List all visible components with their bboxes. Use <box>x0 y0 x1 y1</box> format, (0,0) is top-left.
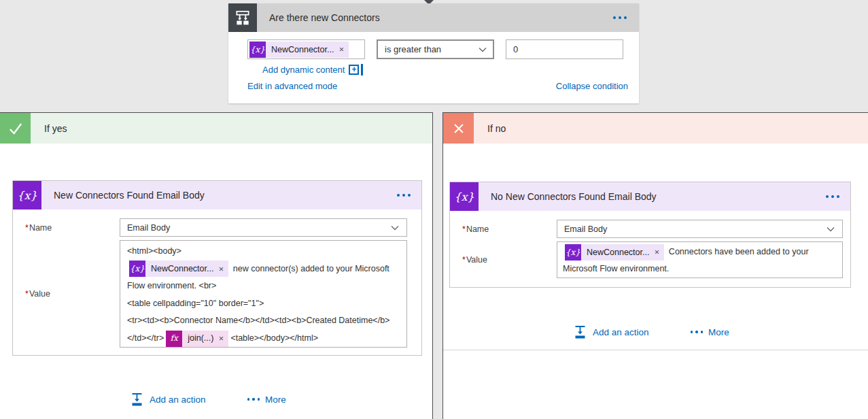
name-field-label: *Name <box>462 224 557 234</box>
condition-title: Are there new Connectors <box>269 12 610 23</box>
flow-designer-canvas: { "icons": { "variable_glyph": "{x}", "e… <box>0 0 868 419</box>
condition-operator-select[interactable]: is greater than <box>377 39 494 59</box>
branch-bottom-divider <box>443 350 868 350</box>
variable-action-icon: {x} <box>450 182 479 211</box>
add-dynamic-content-label: Add dynamic content <box>262 65 345 75</box>
name-dropdown[interactable]: Email Body <box>120 218 407 237</box>
action-card-title: New Connectors Found Email Body <box>54 190 394 201</box>
chevron-down-icon <box>390 224 400 231</box>
variable-token[interactable]: {x} NewConnector... ✕ <box>249 41 349 58</box>
more-button[interactable]: More <box>245 395 286 405</box>
variable-token-icon: {x} <box>565 244 581 261</box>
action-card-header[interactable]: {x} No New Connectors Found Email Body <box>450 182 850 211</box>
collapse-condition-link[interactable]: Collapse condition <box>556 81 628 91</box>
remove-token-icon[interactable]: ✕ <box>217 330 228 348</box>
variable-action-icon: {x} <box>13 181 41 210</box>
x-icon <box>443 113 474 144</box>
action-card-new-connectors: {x} New Connectors Found Email Body *Nam… <box>12 180 422 356</box>
if-no-label: If no <box>487 123 506 134</box>
add-action-icon <box>574 325 587 339</box>
if-yes-branch-panel: If yes {x} New Connectors Found Email Bo… <box>0 112 433 419</box>
variable-token-label: NewConnector... <box>266 45 337 54</box>
remove-token-icon[interactable]: ✕ <box>217 261 228 278</box>
if-no-header: If no <box>443 113 868 144</box>
remove-token-icon[interactable]: ✕ <box>653 244 664 261</box>
remove-token-icon[interactable]: ✕ <box>337 46 349 53</box>
variable-token-icon: {x} <box>129 261 145 277</box>
variable-token[interactable]: {x} NewConnector... ✕ <box>129 261 228 277</box>
value-text-segment: <table cellpadding="10" border="1"> <box>127 299 264 308</box>
variable-token-icon: {x} <box>249 41 266 58</box>
add-action-label: Add an action <box>593 327 649 337</box>
add-action-icon <box>131 392 143 406</box>
required-mark: * <box>25 223 29 233</box>
if-yes-header: If yes <box>0 113 432 144</box>
condition-menu-icon[interactable] <box>610 16 627 19</box>
value-editor[interactable]: {x} NewConnector... ✕ Connectors have be… <box>557 241 843 278</box>
name-dropdown[interactable]: Email Body <box>557 220 843 238</box>
action-card-title: No New Connectors Found Email Body <box>491 191 823 202</box>
name-selected-value: Email Body <box>564 224 607 234</box>
check-icon <box>0 113 31 144</box>
add-action-button[interactable]: Add an action <box>574 325 649 339</box>
expression-token-label: join(...) <box>182 330 217 348</box>
value-field-label: *Value <box>25 289 120 299</box>
condition-branch-icon <box>228 3 257 32</box>
action-card-header[interactable]: {x} New Connectors Found Email Body <box>13 181 421 210</box>
condition-operand-field[interactable]: {x} NewConnector... ✕ <box>247 39 365 59</box>
if-no-branch-panel: If no {x} No New Connectors Found Email … <box>442 112 868 419</box>
condition-card-header[interactable]: Are there new Connectors <box>228 3 639 32</box>
expression-token[interactable]: fx join(...) ✕ <box>166 331 228 347</box>
more-label: More <box>708 327 729 337</box>
add-action-button[interactable]: Add an action <box>131 392 206 406</box>
expression-token-icon: fx <box>166 331 182 347</box>
more-icon <box>245 398 260 401</box>
chevron-down-icon <box>826 226 835 233</box>
action-menu-icon[interactable] <box>394 194 411 197</box>
add-action-label: Add an action <box>150 395 206 405</box>
action-card-no-new-connectors: {x} No New Connectors Found Email Body *… <box>449 182 851 288</box>
action-menu-icon[interactable] <box>823 195 839 198</box>
condition-body: {x} NewConnector... ✕ is greater than 0 … <box>228 32 639 103</box>
more-button[interactable]: More <box>688 327 729 337</box>
condition-value-input[interactable]: 0 <box>506 39 623 59</box>
condition-value-text: 0 <box>513 44 518 54</box>
name-field-label: *Name <box>25 223 120 233</box>
add-dynamic-content-link[interactable]: Add dynamic content + <box>262 64 363 76</box>
value-text-segment: <html><body> <box>127 246 181 256</box>
name-selected-value: Email Body <box>127 223 170 233</box>
value-text-segment: <table></body></html> <box>230 333 318 343</box>
operator-selected-value: is greater than <box>385 44 441 54</box>
more-icon <box>688 331 704 333</box>
variable-token-label: NewConnector... <box>581 244 653 261</box>
edit-advanced-mode-link[interactable]: Edit in advanced mode <box>247 81 337 91</box>
variable-token[interactable]: {x} NewConnector... ✕ <box>565 244 664 261</box>
condition-card: Are there new Connectors {x} NewConnecto… <box>228 3 639 103</box>
value-field-label: *Value <box>462 255 557 265</box>
value-editor[interactable]: <html><body> {x} NewConnector... ✕ new c… <box>120 240 407 348</box>
variable-token-label: NewConnector... <box>145 261 217 278</box>
chevron-down-icon <box>478 46 487 53</box>
more-label: More <box>265 395 286 405</box>
dynamic-content-icon: + <box>349 64 363 76</box>
if-yes-label: If yes <box>44 123 67 134</box>
